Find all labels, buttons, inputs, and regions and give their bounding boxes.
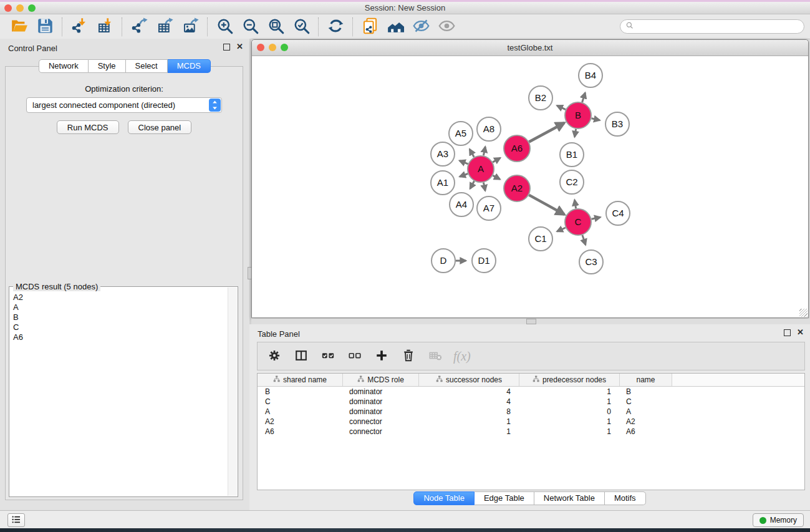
graph-node-A[interactable]: A [468,156,494,182]
graph-node-A7[interactable]: A7 [477,196,501,220]
graph-node-B2[interactable]: B2 [529,86,552,110]
search-input[interactable] [634,22,799,31]
graph-edge-B-B2[interactable] [557,105,566,109]
select-unchecked-button[interactable] [346,347,364,365]
home-button[interactable] [385,17,405,37]
save-button[interactable] [35,17,55,37]
zoom-fit-button[interactable] [266,17,286,37]
network-canvas[interactable]: A A1 A2 A3 A4 A5 A6 A7 A8 B B1 B2 B3 B4 … [252,56,808,317]
float-panel-icon[interactable] [223,44,230,51]
graph-node-B4[interactable]: B4 [579,64,602,87]
columns-button[interactable] [292,347,310,365]
graph-node-C2[interactable]: C2 [560,170,584,194]
zoom-window-button[interactable] [28,4,36,12]
table-row[interactable]: Bdominator41B [258,387,804,397]
trash-button[interactable] [400,347,417,365]
tab-node-table[interactable]: Node Table [413,491,475,505]
optimization-dropdown[interactable]: largest connected component (directed) [26,97,222,113]
tab-select[interactable]: Select [126,59,168,73]
tab-mcds[interactable]: MCDS [168,59,211,73]
graph-edge-A-A3[interactable] [460,161,468,164]
close-window-button[interactable] [4,4,12,12]
graph-edge-A-A1[interactable] [460,174,468,177]
graph-node-A3[interactable]: A3 [431,142,455,166]
network-close-button[interactable] [257,44,264,51]
column-header-shared-name[interactable]: shared name [258,374,343,386]
graph-edge-A-A7[interactable] [483,183,485,191]
zoom-in-button[interactable] [215,17,234,37]
graph-node-A1[interactable]: A1 [431,171,455,195]
delete-table-button[interactable] [427,347,444,365]
export-network-button[interactable] [129,17,149,37]
graph-edge-A2-C[interactable] [529,195,564,215]
task-history-button[interactable] [7,513,25,527]
mcds-result-item[interactable]: A [10,302,228,312]
select-checked-button[interactable] [319,347,337,365]
graph-node-A6[interactable]: A6 [504,135,530,162]
mcds-result-item[interactable]: A6 [10,332,228,342]
graph-edge-B-B4[interactable] [582,93,586,102]
refresh-button[interactable] [325,17,345,37]
graph-edge-B-B1[interactable] [575,129,576,137]
show-eye-button[interactable] [436,17,456,37]
network-window-titlebar[interactable]: testGlobe.txt [252,40,808,56]
graph-edge-A6-B[interactable] [529,123,564,142]
float-panel-icon[interactable] [784,329,791,336]
tab-style[interactable]: Style [89,59,126,73]
graph-node-B[interactable]: B [565,102,591,128]
table-row[interactable]: A6connector11A6 [258,427,804,437]
graph-edge-C-C2[interactable] [575,200,576,209]
column-header-successor-nodes[interactable]: successor nodes [419,374,519,386]
tab-motifs[interactable]: Motifs [605,491,646,505]
memory-button[interactable]: Memory [753,513,804,527]
close-panel-icon[interactable]: ✕ [236,43,243,51]
graph-node-A5[interactable]: A5 [449,122,473,145]
graph-edge-A-A6[interactable] [493,158,500,162]
mcds-result-item[interactable]: A2 [10,293,228,302]
minimize-window-button[interactable] [16,4,24,12]
column-header-MCDS-role[interactable]: MCDS role [343,374,419,386]
graph-node-B3[interactable]: B3 [605,112,629,136]
graph-node-D[interactable]: D [432,249,455,273]
graph-edge-A-A5[interactable] [470,149,474,157]
open-button[interactable] [9,17,29,37]
table-row[interactable]: A2connector11A2 [258,417,804,427]
resize-grip-icon[interactable] [799,309,808,317]
gear-button[interactable] [266,347,283,365]
result-scrollbar[interactable] [228,288,237,496]
graph-node-D1[interactable]: D1 [472,249,496,273]
graph-edge-C-C4[interactable] [592,217,600,219]
graph-node-C4[interactable]: C4 [606,201,630,225]
table-row[interactable]: Cdominator41C [258,397,804,407]
mcds-result-item[interactable]: B [10,312,228,322]
graph-node-A2[interactable]: A2 [504,175,530,201]
run-mcds-button[interactable]: Run MCDS [57,120,119,134]
graph-node-A4[interactable]: A4 [450,193,473,216]
tab-network-table[interactable]: Network Table [534,491,605,505]
tab-network[interactable]: Network [39,59,89,73]
close-panel-icon[interactable]: ✕ [797,329,804,336]
graph-node-C3[interactable]: C3 [579,250,603,274]
graph-edge-C-C3[interactable] [582,235,586,245]
column-header-name[interactable]: name [620,374,672,386]
export-table-button[interactable] [155,17,175,37]
divider-handle[interactable] [526,319,536,324]
import-table-button[interactable] [95,17,115,37]
mcds-result-item[interactable]: C [10,322,228,332]
mcds-result-list[interactable]: A2ABCA6 [10,288,228,496]
add-button[interactable] [373,347,390,365]
graph-node-C[interactable]: C [565,209,591,235]
export-image-button[interactable] [180,17,200,37]
graph-node-B1[interactable]: B1 [560,143,584,167]
import-network-button[interactable] [69,17,89,37]
close-panel-button[interactable]: Close panel [128,120,192,134]
zoom-selected-button[interactable] [291,17,311,37]
duplicate-network-button[interactable] [360,17,380,37]
network-minimize-button[interactable] [269,44,276,51]
graph-node-A8[interactable]: A8 [477,117,501,141]
network-zoom-button[interactable] [281,44,288,51]
hide-eye-button[interactable] [411,17,431,37]
graph-edge-C-C1[interactable] [557,228,566,231]
search-field[interactable] [620,19,804,34]
function-builder-button[interactable]: f(x) [453,349,471,364]
